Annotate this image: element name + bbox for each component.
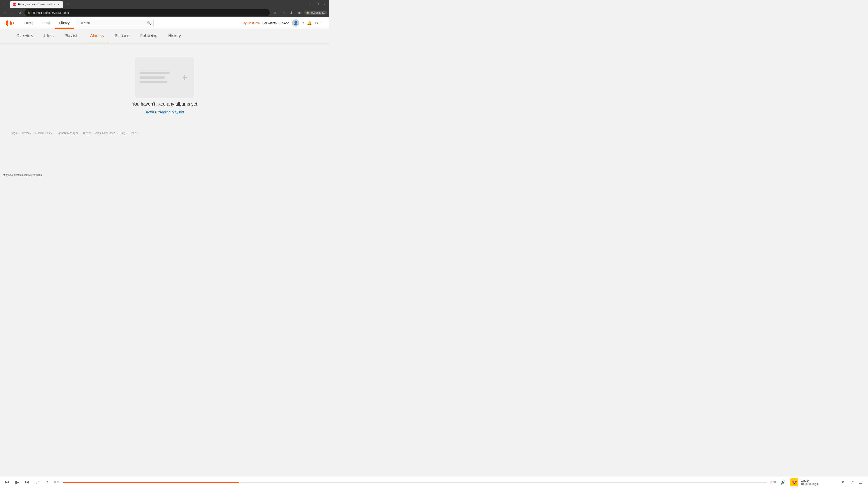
search-input[interactable]: [77, 19, 154, 27]
empty-line-1: [140, 72, 169, 74]
browser-chrome: ⌄ Hear your own albums and the ✕ + ─ ❐ ✕: [0, 0, 329, 17]
search-box[interactable]: 🔍: [77, 19, 154, 27]
search-icon: 🔍: [147, 21, 151, 25]
footer-sep-3: -: [54, 131, 55, 135]
footer-sep-1: -: [19, 131, 20, 135]
library-tabs: Overview Likes Playlists Albums Stations…: [0, 29, 329, 43]
svg-rect-1: [13, 4, 14, 5]
svg-rect-7: [7, 20, 8, 26]
upload-link[interactable]: Upload: [279, 21, 289, 25]
main-nav: Home Feed Library: [20, 17, 74, 29]
svg-rect-11: [13, 22, 13, 24]
sidebar-button[interactable]: ▣: [296, 9, 303, 16]
forward-button[interactable]: →: [9, 9, 16, 16]
footer-sep-5: -: [93, 131, 94, 135]
bookmark-button[interactable]: ☆: [272, 9, 278, 16]
svg-rect-0: [13, 4, 13, 5]
tab-favicon: [13, 3, 16, 6]
avatar-img: 👤: [293, 21, 298, 25]
footer-link-blog[interactable]: Blog: [120, 131, 125, 135]
footer-link-legal[interactable]: Legal: [11, 131, 18, 135]
for-artists-link[interactable]: For Artists: [262, 21, 277, 25]
soundcloud-app: Home Feed Library 🔍 Try Next Pro For Art…: [0, 17, 329, 173]
empty-title: You haven't liked any albums yet: [132, 101, 197, 107]
close-tab-button[interactable]: ✕: [57, 3, 60, 6]
message-icon[interactable]: ✉: [315, 21, 318, 26]
svg-rect-5: [4, 22, 5, 25]
footer-sep-6: -: [117, 131, 118, 135]
address-bar[interactable]: 🔒 soundcloud.com/you/albums: [24, 9, 270, 16]
main-content: + You haven't liked any albums yet Brows…: [0, 43, 329, 128]
address-text: soundcloud.com/you/albums: [32, 11, 267, 14]
svg-rect-9: [10, 21, 11, 25]
empty-state: + You haven't liked any albums yet Brows…: [132, 57, 197, 114]
nav-feed[interactable]: Feed: [38, 17, 55, 29]
tab-bar: ⌄ Hear your own albums and the ✕ + ─ ❐ ✕: [0, 0, 329, 8]
empty-illustration: +: [135, 57, 194, 98]
active-tab[interactable]: Hear your own albums and the ✕: [10, 1, 63, 8]
tab-following[interactable]: Following: [135, 29, 163, 43]
nav-library[interactable]: Library: [55, 17, 74, 29]
footer-sep-8: -: [140, 131, 141, 135]
empty-plus-icon: +: [182, 73, 187, 82]
tab-likes[interactable]: Likes: [39, 29, 59, 43]
svg-rect-3: [15, 4, 15, 5]
header-right: Try Next Pro For Artists Upload 👤 ▼ 🔔 ✉ …: [242, 20, 324, 27]
tab-overview[interactable]: Overview: [11, 29, 39, 43]
lock-icon: 🔒: [27, 11, 30, 14]
close-window-button[interactable]: ✕: [322, 1, 327, 7]
footer-sep-7: -: [127, 131, 128, 135]
app-header: Home Feed Library 🔍 Try Next Pro For Art…: [0, 17, 329, 29]
browse-trending-link[interactable]: Browse trending playlists: [145, 110, 185, 114]
avatar[interactable]: 👤: [292, 20, 299, 27]
svg-rect-10: [11, 22, 12, 25]
download-button[interactable]: ⬇: [288, 9, 294, 16]
new-tab-button[interactable]: +: [64, 1, 70, 7]
svg-rect-8: [8, 21, 9, 25]
footer-link-privacy[interactable]: Privacy: [22, 131, 31, 135]
tab-title: Hear your own albums and the: [18, 3, 55, 6]
soundcloud-logo[interactable]: [4, 18, 14, 28]
minimize-button[interactable]: ─: [307, 1, 313, 7]
tab-history[interactable]: History: [163, 29, 186, 43]
empty-line-3: [140, 81, 167, 83]
try-next-pro-link[interactable]: Try Next Pro: [242, 21, 260, 25]
notification-icon[interactable]: 🔔: [307, 21, 312, 26]
footer: Legal - Privacy - Cookie Policy - Consen…: [0, 128, 329, 138]
svg-rect-4: [16, 4, 16, 5]
tab-list-button[interactable]: ⌄: [2, 1, 8, 7]
nav-home[interactable]: Home: [20, 17, 38, 29]
svg-rect-6: [6, 21, 7, 25]
more-options-icon[interactable]: ···: [321, 20, 324, 26]
footer-link-consent[interactable]: Consent Manager: [56, 131, 78, 135]
back-button[interactable]: ←: [2, 9, 8, 16]
tab-albums[interactable]: Albums: [85, 29, 109, 43]
logo-icon: [4, 18, 14, 28]
incognito-label: Incognito (2): [310, 11, 326, 14]
footer-sep-2: -: [33, 131, 34, 135]
svg-rect-2: [14, 4, 14, 6]
footer-link-charts[interactable]: Charts: [130, 131, 138, 135]
status-bar: https://soundcloud.com/you/albums: [0, 173, 329, 177]
window-controls: ─ ❐ ✕: [307, 1, 327, 7]
reload-button[interactable]: ↻: [16, 9, 23, 16]
footer-link-artist-resources[interactable]: Artist Resources: [95, 131, 115, 135]
tab-playlists[interactable]: Playlists: [59, 29, 85, 43]
footer-link-imprint[interactable]: Imprint: [83, 131, 91, 135]
incognito-badge[interactable]: 🕵 Incognito (2): [304, 11, 327, 15]
address-bar-row: ← → ↻ 🔒 soundcloud.com/you/albums ☆ ⊞ ⬇ …: [0, 8, 329, 17]
tab-stations[interactable]: Stations: [109, 29, 135, 43]
footer-link-cookie[interactable]: Cookie Policy: [35, 131, 52, 135]
browser-toolbar-right: ☆ ⊞ ⬇ ▣ 🕵 Incognito (2): [272, 9, 327, 16]
tab-search-button[interactable]: ⊞: [280, 9, 286, 16]
empty-line-2: [140, 76, 164, 78]
avatar-chevron-icon[interactable]: ▼: [302, 22, 304, 24]
incognito-icon: 🕵: [306, 11, 309, 14]
footer-sep-4: -: [80, 131, 81, 135]
tab-nav-controls: ⌄: [2, 1, 8, 7]
restore-button[interactable]: ❐: [315, 1, 320, 7]
status-url: https://soundcloud.com/you/albums: [3, 173, 41, 176]
browser-nav-controls: ← → ↻: [2, 9, 23, 16]
